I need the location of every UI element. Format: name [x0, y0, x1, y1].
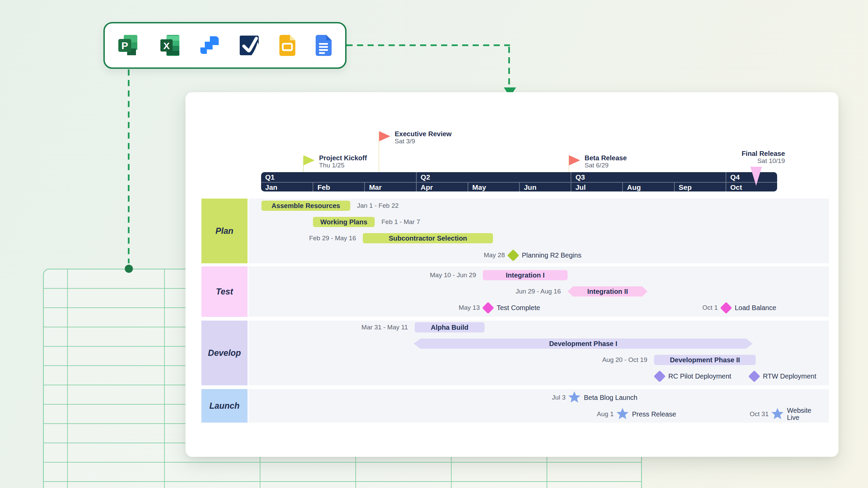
- gantt-bar[interactable]: Working Plans: [313, 217, 375, 227]
- milestone-item-date: Oct 31: [750, 409, 769, 419]
- lane-label-plan: Plan: [201, 199, 248, 263]
- quarter-cell: Q2: [416, 172, 571, 182]
- dashed-connector-vertical-left: [128, 69, 130, 263]
- quarter-cell: Q1: [261, 172, 416, 182]
- svg-text:X: X: [163, 41, 170, 51]
- month-cell: Mar: [364, 182, 416, 191]
- dashed-connector-horizontal: [347, 44, 510, 46]
- milestone-item-date: Jul 3: [552, 392, 566, 403]
- milestone-date: Thu 1/25: [319, 162, 367, 169]
- lane-row-background: [249, 389, 829, 423]
- milestone-date: Sat 10/19: [742, 157, 785, 165]
- month-cell: Sep: [674, 182, 726, 191]
- lane-row-background: [249, 321, 829, 385]
- gantt-bar[interactable]: Subcontractor Selection: [363, 233, 493, 243]
- gantt-bar-label: Subcontractor Selection: [363, 233, 493, 243]
- milestone-item-label: Load Balance: [735, 303, 776, 313]
- google-slides-icon[interactable]: [279, 35, 295, 56]
- milestone-label-group: Executive ReviewSat 3/9: [395, 130, 452, 145]
- lane-label-launch: Launch: [201, 389, 248, 423]
- gantt-card: Project KickoffThu 1/25Executive ReviewS…: [185, 92, 839, 457]
- milestone-title: Final Release: [742, 150, 785, 157]
- milestone-label-group: Final ReleaseSat 10/19: [742, 150, 785, 165]
- lane-label-develop: Develop: [201, 321, 248, 385]
- milestone-title: Project Kickoff: [319, 154, 367, 162]
- month-cell: Jan: [261, 182, 313, 191]
- gantt-bar-label: Integration II: [568, 286, 648, 297]
- smartsheet-icon[interactable]: [239, 35, 259, 56]
- task-date-range: Jun 29 - Aug 16: [516, 286, 561, 297]
- gantt-bar[interactable]: Development Phase II: [654, 355, 756, 365]
- milestone-item-label: RC Pilot Deployment: [668, 371, 731, 381]
- dashed-connector-vertical-right: [508, 47, 510, 87]
- task-date-range: Feb 29 - May 16: [309, 233, 356, 243]
- flag-icon[interactable]: [379, 131, 390, 141]
- milestone-item-date: Oct 1: [703, 303, 718, 313]
- grid-column-line: [67, 269, 68, 488]
- task-date-range: May 10 - Jun 29: [430, 270, 476, 280]
- gantt-bar[interactable]: Assemble Resources: [261, 201, 350, 211]
- month-cell: Jul: [571, 182, 622, 191]
- milestone-title: Executive Review: [395, 130, 452, 138]
- month-cell: Feb: [313, 182, 364, 191]
- milestone-item-date: May 28: [484, 250, 505, 260]
- month-cell: May: [468, 182, 519, 191]
- flag-icon[interactable]: [569, 155, 580, 165]
- timeline-month-row: JanFebMarAprMayJunJulAugSepOct: [261, 182, 777, 191]
- microsoft-excel-icon[interactable]: X: [160, 35, 179, 56]
- timeline-quarter-row: Q1Q2Q3Q4: [261, 172, 777, 182]
- milestone-label-group: Project KickoffThu 1/25: [319, 154, 367, 169]
- milestone-star-icon[interactable]: [568, 391, 581, 404]
- milestone-label-group: Beta ReleaseSat 6/29: [585, 154, 627, 169]
- lane-label-test: Test: [201, 266, 248, 317]
- gantt-bar-label: Assemble Resources: [261, 201, 350, 211]
- milestone-star-icon[interactable]: [771, 407, 784, 421]
- month-cell: Jun: [519, 182, 571, 191]
- milestone-item-label: RTW Deployment: [763, 371, 816, 381]
- gantt-bar-label: Working Plans: [313, 217, 375, 227]
- gantt-bar-label: Alpha Build: [415, 322, 485, 332]
- gantt-bar[interactable]: Development Phase I: [414, 339, 753, 349]
- gantt-bar-label: Development Phase II: [654, 355, 756, 365]
- google-docs-icon[interactable]: [316, 35, 332, 56]
- milestone-item-label: Test Complete: [497, 303, 540, 313]
- month-cell: Apr: [416, 182, 468, 191]
- milestone-title: Beta Release: [585, 154, 627, 162]
- quarter-cell: Q4: [726, 172, 777, 182]
- connector-dot: [125, 265, 133, 273]
- milestone-item-label: Planning R2 Begins: [522, 250, 581, 260]
- timeline-header: Q1Q2Q3Q4 JanFebMarAprMayJunJulAugSepOct: [261, 172, 777, 191]
- task-date-range: Jan 1 - Feb 22: [357, 201, 399, 211]
- gantt-bar[interactable]: Integration I: [483, 270, 568, 280]
- flag-icon[interactable]: [303, 155, 315, 165]
- gantt-bar[interactable]: Alpha Build: [415, 322, 485, 332]
- milestone-item-label: Beta Blog Launch: [584, 392, 637, 403]
- quarter-cell: Q3: [571, 172, 726, 182]
- gantt-bar[interactable]: Integration II: [568, 286, 648, 297]
- milestone-item-date: Aug 1: [597, 409, 614, 419]
- month-cell: Aug: [622, 182, 674, 191]
- jira-icon[interactable]: [200, 36, 219, 55]
- grid-column-line: [164, 269, 165, 488]
- milestone-item-date: May 13: [459, 303, 480, 313]
- microsoft-project-icon[interactable]: P: [118, 35, 140, 56]
- milestone-star-icon[interactable]: [616, 407, 629, 421]
- milestone-date: Sat 3/9: [395, 138, 452, 145]
- gantt-bar-label: Integration I: [483, 270, 568, 280]
- task-date-range: Mar 31 - May 11: [361, 322, 408, 332]
- task-date-range: Aug 20 - Oct 19: [602, 355, 647, 365]
- month-cell: Oct: [726, 182, 777, 191]
- milestone-date: Sat 6/29: [585, 162, 627, 169]
- milestone-item-label: Website Live: [787, 407, 819, 421]
- task-date-range: Feb 1 - Mar 7: [381, 217, 420, 227]
- app-toolbar: P X: [103, 22, 347, 69]
- gantt-bar-label: Development Phase I: [414, 339, 753, 349]
- svg-text:P: P: [121, 40, 128, 51]
- milestone-item-label: Press Release: [632, 409, 676, 419]
